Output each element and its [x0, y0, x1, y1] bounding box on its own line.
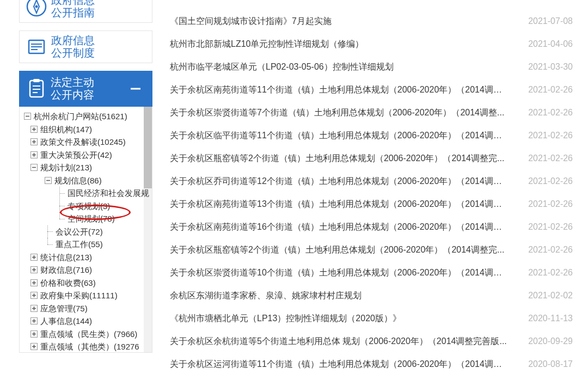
article-title[interactable]: 关于余杭区南苑街道等13个街道（镇）土地利用总体规划（2006-2020年）（2…: [170, 199, 507, 210]
tree-leaf[interactable]: 会议公开(72): [20, 225, 144, 238]
plus-icon[interactable]: [29, 266, 38, 274]
tree-panel: 杭州余杭门户网站(51621) 组织机构(147) 政策文件及解读(10245)…: [19, 107, 152, 353]
article-row[interactable]: 关于余杭区余杭街道等5个街道土地利用总体 规划（2006-2020年）（2014…: [170, 330, 573, 353]
clipboard-icon: [26, 77, 47, 101]
article-row[interactable]: 关于余杭区乔司街道等12个街道（镇）土地利用总体规划（2006-2020年）（2…: [170, 170, 573, 193]
tree-node[interactable]: 重点领域（其他类）(19276: [20, 340, 144, 353]
compass-icon: [25, 0, 48, 18]
article-title[interactable]: 关于余杭区运河街道等11个街道（镇）土地利用总体规划（2006-2020年）（2…: [170, 359, 507, 370]
article-title[interactable]: 关于余杭区崇贤街道等7个街道（镇）土地利用总体规划（2006-2020年）（20…: [170, 107, 504, 119]
scrollbar-track[interactable]: [144, 107, 152, 352]
tree-leaf[interactable]: 专项规划(3): [20, 200, 144, 213]
nav-card-active[interactable]: 法定主动 公开内容: [19, 71, 152, 107]
tree-node-expanded[interactable]: 规划信息(86): [20, 174, 144, 187]
article-date: 2021-02-26: [528, 154, 573, 163]
tree-leaf-selected[interactable]: 空间规划(78): [20, 212, 144, 225]
article-row[interactable]: 《国土空间规划城市设计指南》7月起实施2021-07-08: [170, 10, 573, 33]
article-row[interactable]: 余杭区东湖街道李家桥、泉漳、姚家埭村村庄规划2021-02-02: [170, 284, 573, 307]
article-date: 2020-09-29: [528, 336, 573, 346]
nav-card-system-title: 政府信息 公开制度: [51, 34, 95, 59]
article-date: 2021-02-26: [528, 108, 573, 118]
article-date: 2021-02-26: [528, 176, 573, 186]
article-date: 2021-02-26: [528, 245, 573, 255]
svg-point-2: [35, 5, 38, 8]
branch-icon: [56, 187, 66, 199]
tree-node[interactable]: 应急管理(75): [20, 302, 144, 315]
plus-icon[interactable]: [29, 150, 38, 159]
plus-icon[interactable]: [29, 342, 38, 351]
minus-icon[interactable]: [23, 112, 32, 121]
plus-icon[interactable]: [29, 329, 38, 338]
article-title[interactable]: 《杭州市塘栖北单元（LP13）控制性详细规划（2020版）》: [170, 313, 401, 324]
article-row[interactable]: 杭州市临平老城区单元（LP02-03-05-06）控制性详细规划2021-03-…: [170, 56, 573, 78]
minus-icon[interactable]: [44, 176, 52, 185]
collapse-icon[interactable]: [131, 88, 140, 90]
nav-card-active-title: 法定主动 公开内容: [51, 76, 94, 101]
article-title[interactable]: 关于余杭区余杭街道等5个街道土地利用总体 规划（2006-2020年）（2014…: [170, 336, 507, 347]
article-date: 2021-04-06: [528, 39, 573, 49]
article-row[interactable]: 杭州市东明山单元（LZ03）控制性详细规划2020-04-30: [170, 376, 573, 380]
article-title[interactable]: 关于余杭区乔司街道等12个街道（镇）土地利用总体规划（2006-2020年）（2…: [170, 176, 507, 187]
article-date: 2021-02-26: [528, 199, 573, 209]
plus-icon[interactable]: [29, 253, 38, 261]
document-icon: [25, 35, 48, 58]
article-row[interactable]: 《杭州市塘栖北单元（LP13）控制性详细规划（2020版）》2020-11-13: [170, 307, 573, 330]
article-title[interactable]: 杭州市北部新城LZ10单元控制性详细规划（修编）: [170, 39, 364, 50]
nav-card-guide[interactable]: 政府信息 公开指南: [19, 0, 152, 23]
article-title[interactable]: 《国土空间规划城市设计指南》7月起实施: [170, 16, 332, 27]
tree-node[interactable]: 组织机构(147): [20, 123, 144, 136]
article-date: 2021-02-26: [528, 85, 573, 95]
tree-node[interactable]: 政策文件及解读(10245): [20, 136, 144, 149]
plus-icon[interactable]: [29, 317, 38, 326]
tree-leaf[interactable]: 国民经济和社会发展规: [20, 187, 144, 200]
plus-icon[interactable]: [29, 304, 38, 312]
article-list: 《国土空间规划城市设计指南》7月起实施2021-07-08杭州市北部新城LZ10…: [170, 10, 573, 380]
article-row[interactable]: 关于余杭区南苑街道等13个街道（镇）土地利用总体规划（2006-2020年）（2…: [170, 193, 573, 216]
article-title[interactable]: 关于余杭区崇贤街道等10个街道（镇）土地利用总体规划（2006-2020年）（2…: [170, 267, 507, 279]
article-date: 2021-02-02: [528, 291, 573, 301]
nav-card-system[interactable]: 政府信息 公开制度: [19, 30, 152, 63]
article-row[interactable]: 关于余杭区南苑街道等16个街道（镇）土地利用总体规划（2006-2020年）（2…: [170, 216, 573, 238]
tree-node[interactable]: 人事信息(144): [20, 315, 144, 328]
article-row[interactable]: 杭州市北部新城LZ10单元控制性详细规划（修编）2021-04-06: [170, 33, 573, 56]
article-title[interactable]: 杭州市临平老城区单元（LP02-03-05-06）控制性详细规划: [170, 62, 394, 73]
branch-icon: [44, 238, 54, 250]
article-date: 2020-08-17: [528, 359, 573, 369]
tree-node-expanded[interactable]: 规划计划(213): [20, 161, 144, 174]
plus-icon[interactable]: [29, 291, 38, 300]
article-title[interactable]: 余杭区东湖街道李家桥、泉漳、姚家埭村村庄规划: [170, 290, 362, 302]
article-date: 2021-07-08: [528, 16, 573, 26]
article-title[interactable]: 关于余杭区临平街道等11个街道（镇）土地利用总体规划（2006-2020年）（2…: [170, 130, 507, 142]
scrollbar-thumb[interactable]: [144, 107, 152, 188]
branch-icon: [44, 225, 54, 238]
article-title[interactable]: 关于余杭区南苑街道等16个街道（镇）土地利用总体规划（2006-2020年）（2…: [170, 222, 507, 233]
plus-icon[interactable]: [29, 138, 38, 146]
article-date: 2021-02-26: [528, 268, 573, 278]
article-date: 2020-11-13: [528, 314, 573, 323]
article-title[interactable]: 关于余杭区瓶窑镇等2个街道（镇）土地利用总体规划（2006-2020年）（201…: [170, 153, 504, 164]
tree-node[interactable]: 统计信息(213): [20, 251, 144, 264]
article-row[interactable]: 关于余杭区临平街道等11个街道（镇）土地利用总体规划（2006-2020年）（2…: [170, 124, 573, 147]
article-row[interactable]: 关于余杭区崇贤街道等10个街道（镇）土地利用总体规划（2006-2020年）（2…: [170, 261, 573, 284]
plus-icon[interactable]: [29, 278, 38, 287]
tree-root[interactable]: 杭州余杭门户网站(51621): [20, 110, 144, 123]
article-row[interactable]: 关于余杭区瓶窑镇等2个街道（镇）土地利用总体规划（2006-2020年）（201…: [170, 238, 573, 261]
article-date: 2021-03-30: [528, 62, 573, 72]
tree-node[interactable]: 重大决策预公开(42): [20, 149, 144, 162]
tree-leaf[interactable]: 重点工作(55): [20, 238, 144, 251]
tree-node[interactable]: 价格和收费(63): [20, 277, 144, 290]
branch-icon: [56, 212, 66, 225]
article-title[interactable]: 关于余杭区瓶窑镇等2个街道（镇）土地利用总体规划（2006-2020年）（201…: [170, 244, 504, 256]
tree-node[interactable]: 重点领域（民生类）(7966): [20, 328, 144, 341]
tree-node[interactable]: 财政信息(716): [20, 263, 144, 277]
plus-icon[interactable]: [29, 125, 38, 133]
branch-icon: [56, 200, 66, 212]
tree-node[interactable]: 政府集中采购(11111): [20, 289, 144, 302]
article-row[interactable]: 关于余杭区运河街道等11个街道（镇）土地利用总体规划（2006-2020年）（2…: [170, 353, 573, 376]
minus-icon[interactable]: [29, 163, 38, 172]
article-row[interactable]: 关于余杭区崇贤街道等7个街道（镇）土地利用总体规划（2006-2020年）（20…: [170, 101, 573, 124]
article-row[interactable]: 关于余杭区瓶窑镇等2个街道（镇）土地利用总体规划（2006-2020年）（201…: [170, 147, 573, 170]
article-date: 2021-02-26: [528, 222, 573, 232]
article-title[interactable]: 关于余杭区南苑街道等11个街道（镇）土地利用总体规划（2006-2020年）（2…: [170, 84, 507, 96]
article-row[interactable]: 关于余杭区南苑街道等11个街道（镇）土地利用总体规划（2006-2020年）（2…: [170, 78, 573, 101]
